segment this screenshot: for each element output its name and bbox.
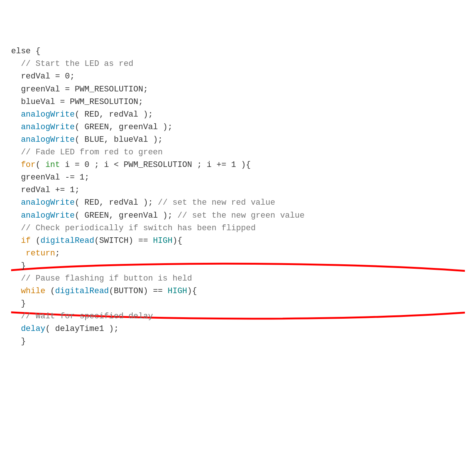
code-line: greenVal = PWM_RESOLUTION; [11,83,465,96]
code-line: for( int i = 0 ; i < PWM_RESOLUTION ; i … [11,159,465,171]
code-line: while (digitalRead(BUTTON) == HIGH){ [11,285,465,298]
code-line: delay( delayTime1 ); [11,323,465,335]
code-line: } [11,298,465,310]
code-block: else { // Start the LED as red redVal = … [11,7,465,361]
code-line: analogWrite( GREEN, greenVal ); // set t… [11,210,465,222]
code-line: redVal += 1; [11,184,465,197]
code-line: analogWrite( BLUE, blueVal ); [11,134,465,146]
code-line: greenVal -= 1; [11,171,465,184]
code-line: // Pause flashing if button is held [11,272,465,285]
code-line: return; [11,247,465,260]
code-line: } [11,260,465,272]
code-line: else { [11,45,465,58]
code-line: redVal = 0; [11,70,465,83]
code-line: // Check periodically if switch has been… [11,222,465,235]
code-line: // Start the LED as red [11,58,465,70]
code-line: analogWrite( GREEN, greenVal ); [11,121,465,134]
code-line: // Wait for specified delay [11,310,465,323]
code-line: blueVal = PWM_RESOLUTION; [11,96,465,108]
code-line: analogWrite( RED, redVal ); // set the n… [11,197,465,209]
code-line: if (digitalRead(SWITCH) == HIGH){ [11,235,465,247]
code-line: } [11,335,465,348]
code-line: analogWrite( RED, redVal ); [11,108,465,121]
code-line: // Fade LED from red to green [11,146,465,159]
